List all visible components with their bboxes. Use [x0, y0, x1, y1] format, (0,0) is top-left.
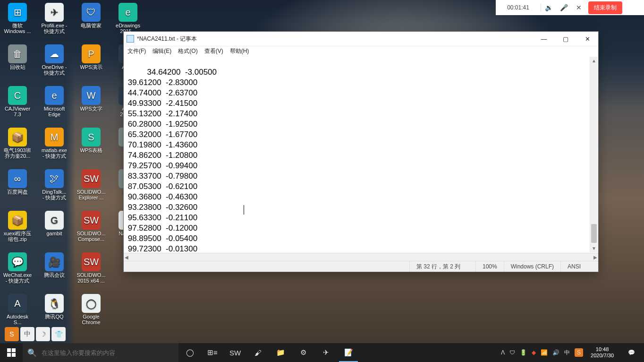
recorder-elapsed: 00:01:41 [496, 4, 541, 11]
notepad-statusbar: 第 32 行，第 2 列 100% Windows (CRLF) ANSI [124, 261, 598, 272]
menu-item[interactable]: 查看(V) [204, 47, 223, 55]
notepad-content: 34.64200 -3.00500 39.61200 -2.83000 44.7… [126, 68, 233, 253]
tray-battery-icon[interactable]: 🔋 [520, 349, 527, 356]
tray-volume-icon[interactable]: 🔊 [552, 349, 559, 356]
app-icon: 💬 [8, 252, 27, 271]
taskbar-search[interactable]: 🔍 [23, 343, 178, 362]
app-icon: 📦 [8, 128, 27, 147]
taskbar-app-button[interactable]: 📝 [337, 343, 360, 362]
taskbar-app-button[interactable]: 🖌 [246, 343, 269, 362]
desktop-icon[interactable]: eMicrosoftEdge [37, 84, 72, 124]
desktop-icon-label: 腾讯QQ [37, 314, 72, 319]
taskbar-clock[interactable]: 10:48 2020/7/30 [588, 346, 617, 359]
tray-security-icon[interactable]: 🛡 [509, 349, 515, 356]
desktop-icon-label: Profili.exe -快捷方式 [37, 23, 72, 34]
taskbar-app-button[interactable]: 📁 [269, 343, 292, 362]
desktop-icon[interactable]: SWSOLIDWO...2015 x64 ... [74, 250, 109, 290]
notepad-textarea[interactable]: 34.64200 -3.00500 39.61200 -2.83000 44.7… [124, 56, 598, 253]
desktop-icon-label: 电气1903班乔力奎20... [0, 147, 35, 159]
close-button[interactable]: ✕ [576, 32, 598, 46]
tray-sogou-icon[interactable]: S [575, 348, 583, 357]
desktop-icon[interactable]: 🐧腾讯QQ [37, 292, 72, 332]
desktop-icon[interactable]: SWSOLIDWO...Explorer ... [74, 167, 109, 207]
start-button[interactable] [0, 343, 23, 362]
desktop-icon-label: 百度网盘 [0, 189, 35, 195]
desktop-icon[interactable]: ⊞微软Windows ... [0, 1, 35, 41]
desktop-icon[interactable]: 📦xuexi程序压缩包.zip [0, 209, 35, 249]
scroll-down-icon[interactable]: ▼ [590, 244, 598, 252]
horizontal-scrollbar[interactable]: ◀▶ [124, 253, 598, 261]
tray-overflow-icon[interactable]: ᐱ [501, 349, 505, 356]
desktop-icon-label: gambit [37, 231, 72, 236]
vertical-scrollbar[interactable]: ▲ ▼ [590, 57, 598, 252]
maximize-button[interactable]: ▢ [555, 32, 576, 46]
minimize-button[interactable]: — [533, 32, 555, 46]
desktop-icon[interactable]: 🗑回收站 [0, 43, 35, 82]
stop-record-button[interactable]: 结束录制 [588, 1, 622, 14]
taskbar-app-button[interactable]: ✈ [314, 343, 337, 362]
desktop-icon-label: OneDrive -快捷方式 [37, 64, 72, 76]
scroll-thumb[interactable] [591, 224, 597, 243]
recorder-close-icon[interactable]: ✕ [571, 4, 586, 11]
notepad-titlebar[interactable]: *NACA2411.txt - 记事本 — ▢ ✕ [124, 32, 598, 46]
desktop-icon[interactable]: 🕊DingTalk...- 快捷方式 [37, 167, 72, 207]
desktop-icon[interactable]: CCAJViewer7.3 [0, 84, 35, 124]
mic-icon[interactable]: 🎤 [556, 4, 571, 11]
desktop-icon[interactable]: 📦电气1903班乔力奎20... [0, 126, 35, 165]
app-icon: ☁ [45, 44, 64, 63]
desktop-icon-label: xuexi程序压缩包.zip [0, 231, 35, 242]
svg-rect-0 [7, 348, 11, 352]
desktop-icon[interactable]: 🛡电脑管家 [74, 1, 109, 41]
tray-app-icon[interactable]: ◆ [532, 349, 536, 356]
desktop-icon-label: WPS演示 [74, 64, 109, 70]
taskbar-app-button[interactable]: ⊞≡ [201, 343, 224, 362]
taskbar-app-button[interactable]: ◯ [178, 343, 201, 362]
desktop-icon[interactable]: Mmatlab.exe- 快捷方式 [37, 126, 72, 165]
ime-widget[interactable]: ☽ [36, 327, 50, 341]
app-icon: ◯ [82, 294, 101, 313]
app-icon: G [45, 211, 64, 230]
ime-widget[interactable]: S [5, 327, 19, 341]
desktop-icon[interactable]: 💬WeChat.exe- 快捷方式 [0, 250, 35, 290]
menu-item[interactable]: 编辑(E) [153, 47, 171, 55]
scroll-up-icon[interactable]: ▲ [590, 57, 598, 65]
status-zoom: 100% [475, 261, 504, 272]
menu-item[interactable]: 格式(O) [178, 47, 197, 55]
desktop-icon[interactable]: AAutodeskS... [0, 292, 35, 332]
desktop-icon[interactable]: ∞百度网盘 [0, 167, 35, 207]
desktop-icon[interactable]: ◯GoogleChrome [74, 292, 109, 332]
desktop-icon-label: WPS文字 [74, 106, 109, 112]
ime-widget[interactable]: 中 [20, 327, 34, 341]
taskbar-app-button[interactable]: SW [224, 343, 246, 362]
volume-icon[interactable]: 🔉 [541, 4, 556, 11]
search-icon: 🔍 [23, 348, 42, 357]
desktop-icon[interactable]: Ggambit [37, 209, 72, 249]
app-icon: A [8, 294, 27, 313]
tray-ime-icon[interactable]: 中 [564, 349, 570, 357]
app-icon: SW [82, 211, 101, 230]
desktop-icon[interactable]: WWPS文字 [74, 84, 109, 124]
desktop-icon-label: AutodeskS... [0, 314, 35, 325]
taskbar-app-button[interactable]: ⚙ [292, 343, 314, 362]
text-caret [244, 205, 244, 215]
desktop-icon[interactable]: SWSOLIDWO...Compose... [74, 209, 109, 249]
menu-item[interactable]: 文件(F) [127, 47, 146, 55]
svg-rect-3 [12, 353, 16, 357]
tray-network-icon[interactable]: 📶 [541, 349, 548, 356]
desktop-icon-label: WPS表格 [74, 147, 109, 153]
desktop-icon[interactable]: ✈Profili.exe -快捷方式 [37, 1, 72, 41]
app-icon: W [82, 86, 101, 105]
search-input[interactable] [42, 349, 178, 356]
action-center-icon[interactable]: 💬 [621, 349, 641, 356]
app-icon: 🗑 [8, 44, 27, 63]
ime-widget[interactable]: 👕 [51, 327, 66, 341]
desktop-icon[interactable]: PWPS演示 [74, 43, 109, 82]
menu-item[interactable]: 帮助(H) [230, 47, 249, 55]
desktop-icon[interactable]: SWPS表格 [74, 126, 109, 165]
app-icon: e [45, 86, 64, 105]
desktop-icon[interactable]: 🎥腾讯会议 [37, 250, 72, 290]
desktop-icon-label: 电脑管家 [74, 23, 109, 28]
desktop-icon-label: 回收站 [0, 64, 35, 70]
desktop-icon[interactable]: ☁OneDrive -快捷方式 [37, 43, 72, 82]
svg-rect-2 [7, 353, 11, 357]
